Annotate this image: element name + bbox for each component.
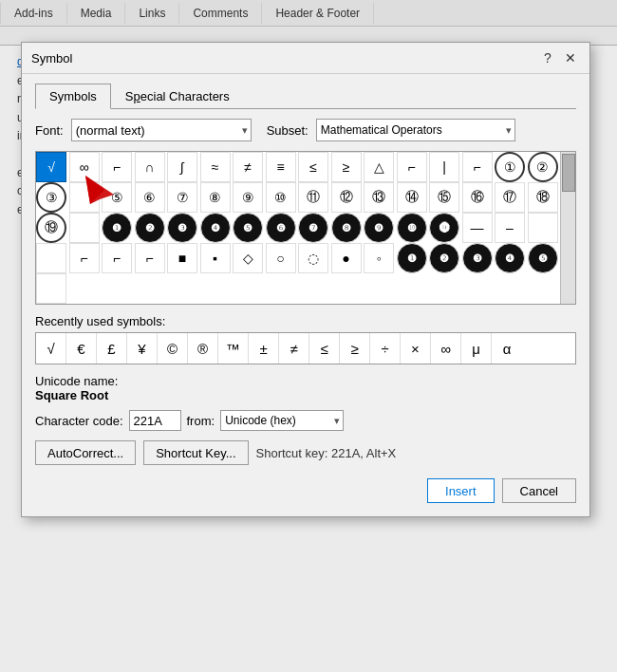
recent-div[interactable]: ÷ [370,333,401,364]
help-button[interactable]: ? [538,48,557,67]
recent-pm[interactable]: ± [249,333,279,364]
symbol-grid: √ ∞ ⌐ ∩ ∫ ≈ ≠ ≡ ≤ ≥ △ ⌐ | ⌐ ① ② ③ ⑤ ⑥ [36,152,560,304]
sym-r2c7[interactable]: ⑨ [233,182,263,213]
sym-r3c15[interactable] [528,213,558,243]
sym-r2c15[interactable]: ⑰ [495,182,525,213]
sym-dk3[interactable]: ❸ [462,243,493,273]
action-row: AutoCorrect... Shortcut Key... Shortcut … [35,440,576,465]
cancel-button[interactable]: Cancel [502,478,576,503]
recent-geq[interactable]: ≥ [340,333,370,364]
sym-r2c16[interactable]: ⑱ [528,182,558,213]
sym-r2c11[interactable]: ⑬ [364,182,394,213]
recent-r[interactable]: ® [188,333,218,364]
recent-alpha[interactable]: α [492,333,522,364]
sym-leq[interactable]: ≤ [298,152,328,182]
charcode-input[interactable] [129,410,181,431]
sym-r2c14[interactable]: ⑯ [462,182,493,213]
sym-integral[interactable]: ∫ [167,152,197,182]
sym-r2c8[interactable]: ⑩ [266,182,296,213]
subset-select[interactable]: Mathematical Operators [316,119,515,141]
sym-dark15[interactable]: ❺ [233,213,263,243]
from-select[interactable]: Unicode (hex) [220,410,344,431]
sym-dark20[interactable]: ❿ [397,213,427,243]
sym-smallsq[interactable]: ▪ [200,243,231,273]
symbol-grid-container: √ ∞ ⌐ ∩ ∫ ≈ ≠ ≡ ≤ ≥ △ ⌐ | ⌐ ① ② ③ ⑤ ⑥ [35,151,576,305]
sym-neq[interactable]: ≠ [233,152,263,182]
sym-circ19[interactable]: ⑲ [36,213,66,243]
sym-r1c14[interactable]: ⌐ [462,152,493,182]
title-bar-right: ? ✕ [538,48,580,67]
sym-dash2[interactable]: – [495,213,525,243]
sym-r1c3[interactable]: ⌐ [102,152,132,182]
tab-special-characters[interactable]: Special Characters [111,84,244,109]
sym-r3c2[interactable] [69,213,100,243]
recent-yen[interactable]: ¥ [127,333,158,364]
autocorrect-button[interactable]: AutoCorrect... [35,440,136,465]
sym-dark19[interactable]: ❾ [364,213,394,243]
font-select[interactable]: (normal text) [71,119,252,141]
shortcut-key-button[interactable]: Shortcut Key... [143,440,248,465]
sym-approx[interactable]: ≈ [200,152,231,182]
recent-inf[interactable]: ∞ [431,333,461,364]
sym-dark11[interactable]: ❶ [102,213,132,243]
sym-r4c3[interactable]: ⌐ [135,243,165,273]
sym-r2c12[interactable]: ⑭ [397,182,427,213]
insert-button[interactable]: Insert [427,478,495,503]
sym-r2c2[interactable] [69,182,100,213]
sym-dark13[interactable]: ❸ [167,213,197,243]
sym-triangle[interactable]: △ [364,152,394,182]
sym-bullet[interactable]: ● [331,243,362,273]
sym-sqrt[interactable]: √ [36,152,66,182]
sym-r4c2[interactable]: ⌐ [102,243,132,273]
sym-dark17[interactable]: ❼ [298,213,328,243]
sym-dark0[interactable]: ⓿ [429,213,459,243]
sym-r4c16[interactable] [36,273,66,304]
recent-mu[interactable]: μ [461,333,492,364]
sym-dark18[interactable]: ❽ [331,213,362,243]
sym-r1c13[interactable]: | [429,152,459,182]
sym-intersect[interactable]: ∩ [135,152,165,182]
recent-sqrt[interactable]: √ [36,333,66,364]
sym-equiv[interactable]: ≡ [266,152,296,182]
sym-inf[interactable]: ∞ [69,152,100,182]
sym-r3c16[interactable] [36,243,66,273]
sym-circ1[interactable]: ① [495,152,525,182]
sym-r2c9[interactable]: ⑪ [298,182,328,213]
sym-dark14[interactable]: ❹ [200,213,231,243]
recent-c[interactable]: © [158,333,188,364]
scrollbar-thumb [562,154,575,192]
tab-symbols[interactable]: Symbols [35,84,111,109]
sym-dark12[interactable]: ❷ [135,213,165,243]
sym-dk5[interactable]: ❺ [528,243,558,273]
sym-smbullet[interactable]: ◦ [364,243,394,273]
sym-geq[interactable]: ≥ [331,152,362,182]
recent-leq[interactable]: ≤ [309,333,340,364]
sym-r2c3[interactable]: ⑤ [102,182,132,213]
sym-r2c6[interactable]: ⑧ [200,182,231,213]
sym-circ3[interactable]: ③ [36,182,66,213]
recent-times[interactable]: × [401,333,431,364]
recent-neq[interactable]: ≠ [279,333,309,364]
grid-scrollbar[interactable] [560,152,575,304]
close-button[interactable]: ✕ [561,48,580,67]
sym-r4c1[interactable]: ⌐ [69,243,100,273]
recent-euro[interactable]: € [66,333,97,364]
sym-dk2[interactable]: ❷ [429,243,459,273]
sym-circle[interactable]: ○ [266,243,296,273]
recent-pound[interactable]: £ [97,333,127,364]
sym-diamond[interactable]: ◇ [233,243,263,273]
recent-tm[interactable]: ™ [218,333,249,364]
sym-square[interactable]: ■ [167,243,197,273]
sym-r2c5[interactable]: ⑦ [167,182,197,213]
sym-dark16[interactable]: ❻ [266,213,296,243]
sym-r2c13[interactable]: ⑮ [429,182,459,213]
sym-r1c12[interactable]: ⌐ [397,152,427,182]
sym-r2c10[interactable]: ⑫ [331,182,362,213]
sym-dk4[interactable]: ❹ [495,243,525,273]
unicode-name-value: Square Root [35,388,576,402]
sym-circ2[interactable]: ② [528,152,558,182]
sym-dotcircle[interactable]: ◌ [298,243,328,273]
sym-dk1[interactable]: ❶ [397,243,427,273]
sym-dash1[interactable]: — [462,213,493,243]
sym-r2c4[interactable]: ⑥ [135,182,165,213]
